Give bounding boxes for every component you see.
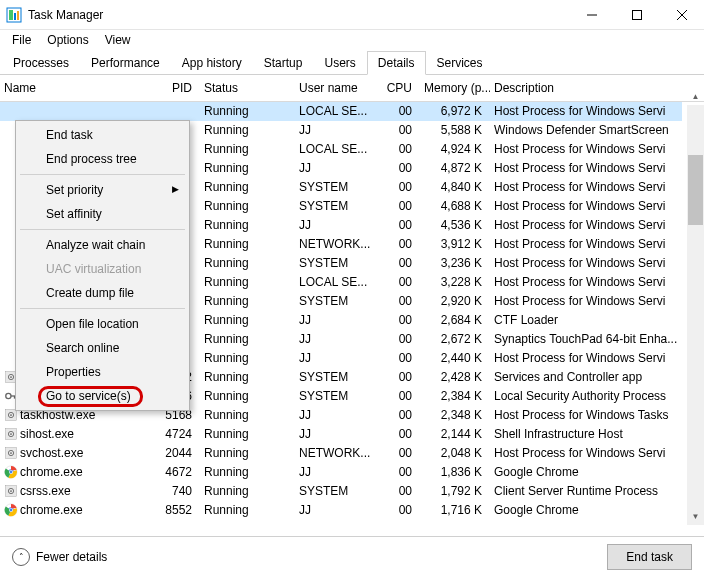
cell-status[interactable]: Running [200, 216, 295, 235]
cell-cpu[interactable]: 00 [375, 178, 420, 197]
cell-status[interactable]: Running [200, 102, 295, 121]
cell-description[interactable]: Shell Infrastructure Host [490, 425, 682, 444]
cell-user[interactable]: NETWORK... [295, 235, 375, 254]
cell-user[interactable]: SYSTEM [295, 197, 375, 216]
cell-cpu[interactable]: 00 [375, 463, 420, 482]
cell-memory[interactable]: 2,384 K [420, 387, 490, 406]
cell-cpu[interactable]: 00 [375, 387, 420, 406]
cell-status[interactable]: Running [200, 235, 295, 254]
minimize-button[interactable] [569, 0, 614, 30]
cell-memory[interactable]: 2,440 K [420, 349, 490, 368]
cell-cpu[interactable]: 00 [375, 406, 420, 425]
cell-user[interactable]: JJ [295, 501, 375, 520]
cell-description[interactable]: Host Process for Windows Servi [490, 140, 682, 159]
cell-user[interactable]: JJ [295, 159, 375, 178]
ctx-end-task[interactable]: End task [18, 123, 187, 147]
menu-view[interactable]: View [97, 31, 139, 49]
cell-description[interactable]: Host Process for Windows Servi [490, 444, 682, 463]
ctx-set-priority[interactable]: Set priority▶ [18, 178, 187, 202]
ctx-search-online[interactable]: Search online [18, 336, 187, 360]
cell-cpu[interactable]: 00 [375, 482, 420, 501]
cell-description[interactable]: Google Chrome [490, 463, 682, 482]
cell-status[interactable]: Running [200, 140, 295, 159]
cell-description[interactable]: Host Process for Windows Servi [490, 235, 682, 254]
cell-status[interactable]: Running [200, 406, 295, 425]
cell-name[interactable]: chrome.exe [0, 463, 140, 482]
cell-cpu[interactable]: 00 [375, 311, 420, 330]
cell-status[interactable]: Running [200, 482, 295, 501]
cell-cpu[interactable]: 00 [375, 444, 420, 463]
cell-memory[interactable]: 3,236 K [420, 254, 490, 273]
cell-status[interactable]: Running [200, 425, 295, 444]
cell-user[interactable]: SYSTEM [295, 254, 375, 273]
cell-cpu[interactable]: 00 [375, 102, 420, 121]
ctx-properties[interactable]: Properties [18, 360, 187, 384]
cell-name[interactable] [0, 102, 140, 121]
maximize-button[interactable] [614, 0, 659, 30]
cell-cpu[interactable]: 00 [375, 121, 420, 140]
cell-user[interactable]: JJ [295, 406, 375, 425]
cell-user[interactable]: NETWORK... [295, 444, 375, 463]
cell-status[interactable]: Running [200, 273, 295, 292]
ctx-analyze-wait-chain[interactable]: Analyze wait chain [18, 233, 187, 257]
cell-status[interactable]: Running [200, 387, 295, 406]
cell-user[interactable]: LOCAL SE... [295, 140, 375, 159]
cell-pid[interactable]: 740 [140, 482, 200, 501]
cell-description[interactable]: Services and Controller app [490, 368, 682, 387]
col-pid[interactable]: PID [140, 75, 200, 102]
cell-status[interactable]: Running [200, 197, 295, 216]
cell-user[interactable]: JJ [295, 463, 375, 482]
cell-cpu[interactable]: 00 [375, 216, 420, 235]
cell-memory[interactable]: 3,228 K [420, 273, 490, 292]
cell-memory[interactable]: 1,716 K [420, 501, 490, 520]
cell-description[interactable]: Host Process for Windows Servi [490, 102, 682, 121]
cell-memory[interactable]: 2,348 K [420, 406, 490, 425]
cell-memory[interactable]: 2,672 K [420, 330, 490, 349]
cell-description[interactable]: Synaptics TouchPad 64-bit Enha... [490, 330, 682, 349]
cell-memory[interactable]: 6,972 K [420, 102, 490, 121]
ctx-open-file-location[interactable]: Open file location [18, 312, 187, 336]
cell-memory[interactable]: 2,920 K [420, 292, 490, 311]
cell-description[interactable]: Host Process for Windows Servi [490, 273, 682, 292]
cell-description[interactable]: CTF Loader [490, 311, 682, 330]
cell-memory[interactable]: 4,924 K [420, 140, 490, 159]
cell-user[interactable]: SYSTEM [295, 368, 375, 387]
ctx-end-process-tree[interactable]: End process tree [18, 147, 187, 171]
cell-status[interactable]: Running [200, 292, 295, 311]
cell-cpu[interactable]: 00 [375, 330, 420, 349]
cell-cpu[interactable]: 00 [375, 273, 420, 292]
cell-user[interactable]: LOCAL SE... [295, 273, 375, 292]
cell-name[interactable]: csrss.exe [0, 482, 140, 501]
end-task-button[interactable]: End task [607, 544, 692, 570]
cell-description[interactable]: Host Process for Windows Tasks [490, 406, 682, 425]
scrollbar-thumb[interactable] [688, 155, 703, 225]
cell-cpu[interactable]: 00 [375, 254, 420, 273]
cell-memory[interactable]: 3,912 K [420, 235, 490, 254]
cell-memory[interactable]: 4,536 K [420, 216, 490, 235]
ctx-create-dump-file[interactable]: Create dump file [18, 281, 187, 305]
fewer-details-button[interactable]: ˄ Fewer details [12, 548, 107, 566]
cell-memory[interactable]: 1,836 K [420, 463, 490, 482]
tab-startup[interactable]: Startup [253, 51, 314, 75]
tab-users[interactable]: Users [313, 51, 366, 75]
cell-status[interactable]: Running [200, 368, 295, 387]
cell-cpu[interactable]: 00 [375, 292, 420, 311]
scroll-up-button[interactable]: ▲ [687, 88, 704, 102]
close-button[interactable] [659, 0, 704, 30]
cell-status[interactable]: Running [200, 463, 295, 482]
tab-details[interactable]: Details [367, 51, 426, 75]
cell-cpu[interactable]: 00 [375, 425, 420, 444]
cell-status[interactable]: Running [200, 159, 295, 178]
cell-description[interactable]: Host Process for Windows Servi [490, 197, 682, 216]
cell-name[interactable]: svchost.exe [0, 444, 140, 463]
cell-description[interactable]: Google Chrome [490, 501, 682, 520]
cell-status[interactable]: Running [200, 330, 295, 349]
tab-services[interactable]: Services [426, 51, 494, 75]
tab-processes[interactable]: Processes [2, 51, 80, 75]
cell-memory[interactable]: 4,872 K [420, 159, 490, 178]
cell-memory[interactable]: 4,688 K [420, 197, 490, 216]
cell-name[interactable]: chrome.exe [0, 501, 140, 520]
cell-description[interactable]: Host Process for Windows Servi [490, 349, 682, 368]
cell-user[interactable]: JJ [295, 121, 375, 140]
cell-user[interactable]: SYSTEM [295, 482, 375, 501]
